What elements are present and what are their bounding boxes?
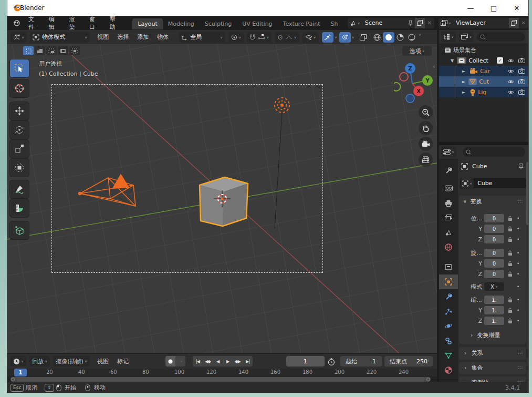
properties-search-input[interactable]	[463, 147, 525, 157]
drag-dots-icon[interactable]: ∷∷	[517, 199, 523, 204]
auto-key-options-chevron[interactable]: ∨	[175, 356, 185, 367]
menu-render[interactable]: 渲染	[64, 16, 85, 30]
mode-selector[interactable]: 物体模式 ∨	[30, 32, 90, 43]
disclosure-closed-icon[interactable]: ►	[462, 79, 465, 84]
tab-output[interactable]	[439, 196, 458, 210]
shading-wireframe-button[interactable]	[371, 32, 383, 43]
rotation-mode-dropdown[interactable]: X ∨	[484, 282, 504, 291]
falloff-curve-icon[interactable]	[285, 34, 293, 40]
rot-z-value[interactable]: 0	[484, 270, 504, 278]
lock-open-icon[interactable]	[507, 261, 513, 267]
render-camera-icon[interactable]	[518, 89, 525, 95]
xray-toggle[interactable]	[358, 32, 369, 43]
lock-open-icon[interactable]	[507, 226, 513, 232]
tab-tool[interactable]	[439, 163, 458, 178]
tab-constraints[interactable]	[439, 333, 458, 348]
keying-menu[interactable]: 抠像(插帧)∨	[53, 356, 90, 367]
animate-dot[interactable]: •	[517, 308, 519, 313]
playback-menu[interactable]: 回放∨	[29, 356, 50, 367]
render-camera-icon[interactable]	[518, 79, 525, 84]
scale-x-value[interactable]: 1.	[484, 296, 504, 304]
gizmo-minus-y[interactable]	[394, 83, 401, 91]
light-object-name[interactable]: Lig	[478, 89, 486, 96]
select-mode-subtract[interactable]	[46, 46, 57, 55]
stopwatch-icon[interactable]	[328, 358, 335, 365]
outliner-editor-type-button[interactable]: ∨	[441, 32, 456, 42]
cube-object-name[interactable]: Cut	[479, 78, 489, 85]
menu-select[interactable]: 选择	[113, 33, 133, 41]
transform-panel-header[interactable]: ∨ 变换 ∷∷	[459, 196, 526, 207]
tool-transform[interactable]	[9, 158, 29, 177]
tool-annotate[interactable]	[9, 180, 29, 199]
new-view-layer-button[interactable]	[509, 18, 519, 28]
pivot-point-selector[interactable]: ∨	[228, 32, 244, 43]
row-cube[interactable]: ► Cut	[439, 76, 528, 87]
menu-window[interactable]: 窗口	[85, 16, 105, 30]
eye-icon[interactable]	[507, 79, 514, 84]
shading-rendered-button[interactable]	[406, 32, 418, 43]
magnet-icon[interactable]	[249, 34, 256, 40]
tool-measure[interactable]	[9, 199, 29, 218]
shading-solid-button[interactable]	[383, 32, 394, 43]
frame-end-field[interactable]: 结束点 250	[384, 356, 433, 367]
lock-open-icon[interactable]	[507, 216, 513, 221]
animate-dot[interactable]: •	[517, 318, 519, 323]
menu-add[interactable]: 添加	[133, 33, 153, 41]
menu-object[interactable]: 物体	[153, 33, 173, 41]
next-keyframe-button[interactable]: ◆▶	[233, 356, 243, 367]
tab-uv-editing[interactable]: UV Editing	[237, 18, 277, 29]
scene-browse-button[interactable]: ∨	[348, 18, 362, 28]
camera-view-button[interactable]	[419, 137, 433, 151]
scale-y-value[interactable]: 1.	[484, 306, 504, 314]
tab-particles[interactable]	[439, 304, 458, 319]
tab-texture-paint[interactable]: Texture Paint	[278, 18, 326, 29]
new-scene-button[interactable]	[415, 18, 425, 28]
snap-target-icon[interactable]	[258, 34, 265, 40]
delta-transform-panel-header[interactable]: › 变换增量	[458, 330, 525, 340]
tool-scale[interactable]	[9, 139, 29, 158]
tab-material[interactable]	[439, 363, 458, 378]
tab-modeling[interactable]: Modeling	[163, 18, 200, 29]
outliner-display-mode-button[interactable]: ∨	[459, 32, 474, 42]
unlink-scene-button[interactable]: ✕	[425, 20, 434, 26]
lock-open-icon[interactable]	[507, 297, 513, 303]
scale-z-value[interactable]: 1.	[484, 317, 504, 325]
snap-toggle[interactable]	[322, 32, 333, 43]
object-name-input[interactable]: Cube	[474, 178, 526, 188]
pin-icon[interactable]	[408, 20, 413, 26]
animate-dot[interactable]: •	[517, 216, 519, 221]
disclosure-closed-icon[interactable]: ►	[462, 69, 465, 74]
drag-dots-icon[interactable]: ∷∷	[517, 351, 523, 355]
proportional-edit-icon[interactable]: ⊙	[277, 34, 283, 41]
rot-y-value[interactable]: 0	[484, 259, 504, 268]
chevron-down-icon[interactable]: ∨	[352, 35, 354, 38]
frame-start-field[interactable]: 起始 1	[340, 356, 382, 367]
tab-shading-clipped[interactable]: Sh	[326, 18, 343, 29]
properties-scrollbar[interactable]	[526, 162, 528, 225]
timeline-view-menu[interactable]: 视图	[93, 358, 113, 365]
tab-sculpting[interactable]: Sculpting	[200, 18, 237, 29]
timeline-scrollbar[interactable]	[11, 377, 431, 382]
collections-panel[interactable]: ›集合∷∷	[459, 362, 526, 374]
select-mode-extend[interactable]	[35, 46, 45, 55]
tool-add-cube[interactable]	[9, 221, 29, 240]
breadcrumb-object-name[interactable]: Cube	[472, 163, 487, 170]
tab-layout[interactable]: Layout	[132, 18, 162, 29]
maximize-button[interactable]: □	[482, 0, 505, 16]
zoom-button[interactable]	[419, 105, 433, 119]
instancing-panel[interactable]: ›实例化∷∷	[459, 376, 526, 382]
animate-dot[interactable]: •	[517, 226, 519, 231]
lock-open-icon[interactable]	[507, 308, 513, 313]
animate-dot[interactable]: •	[517, 237, 519, 242]
loc-z-value[interactable]: 0	[484, 235, 504, 243]
eye-icon[interactable]	[507, 90, 514, 95]
prev-keyframe-button[interactable]: ◀◆	[203, 356, 213, 367]
row-camera[interactable]: ► Car	[439, 66, 528, 76]
tab-collection-props[interactable]	[439, 260, 458, 274]
tool-rotate[interactable]	[9, 120, 29, 139]
perspective-toggle-button[interactable]	[419, 152, 433, 167]
minimize-button[interactable]: —	[459, 0, 482, 16]
transform-orientation-selector[interactable]: 全局 ∨	[179, 32, 225, 43]
tab-view-layer[interactable]	[439, 210, 458, 225]
menu-edit[interactable]: 编辑	[44, 16, 65, 30]
